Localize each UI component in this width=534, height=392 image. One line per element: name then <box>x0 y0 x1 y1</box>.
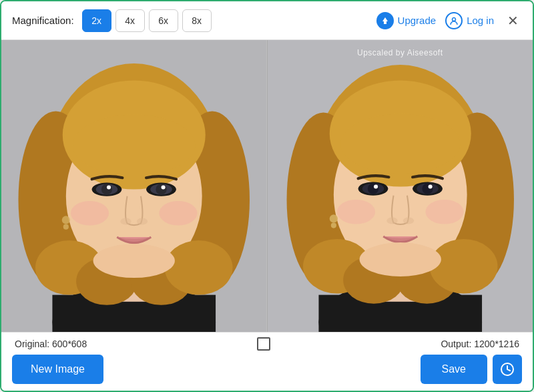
footer: Original: 600*608 Output: 1200*1216 New … <box>1 332 533 391</box>
svg-point-27 <box>159 201 197 226</box>
toolbar: Magnification: 2x 4x 6x 8x Upgrade <box>1 1 533 40</box>
mag-btn-4x[interactable]: 4x <box>115 9 145 32</box>
close-button[interactable]: ✕ <box>503 11 522 30</box>
clock-icon <box>500 362 515 377</box>
user-icon <box>445 12 463 29</box>
save-history-button[interactable] <box>493 355 522 384</box>
svg-point-55 <box>336 200 374 224</box>
svg-point-25 <box>137 218 148 224</box>
login-button[interactable]: Log in <box>445 12 494 29</box>
new-image-button[interactable]: New Image <box>12 355 103 384</box>
svg-point-52 <box>428 184 432 188</box>
svg-point-15 <box>73 114 195 176</box>
magnification-buttons: 2x 4x 6x 8x <box>82 9 212 32</box>
mag-btn-8x[interactable]: 8x <box>182 9 212 32</box>
original-image-panel <box>1 40 268 332</box>
svg-point-23 <box>162 185 166 189</box>
mag-btn-6x[interactable]: 6x <box>149 9 178 32</box>
compare-icon-container <box>257 337 270 351</box>
svg-point-48 <box>374 184 378 188</box>
svg-point-58 <box>329 214 337 222</box>
svg-point-14 <box>165 240 233 295</box>
svg-point-28 <box>93 244 175 278</box>
footer-info: Original: 600*608 Output: 1200*1216 <box>1 333 533 355</box>
svg-point-44 <box>340 114 460 174</box>
upscaled-image-panel: Upscaled by Aiseesoft <box>268 40 533 332</box>
svg-point-26 <box>71 201 109 226</box>
footer-actions: New Image Save <box>1 355 533 391</box>
svg-point-18 <box>101 184 112 194</box>
svg-point-22 <box>156 184 166 194</box>
svg-point-43 <box>429 239 497 294</box>
output-size-label: Output: 1200*1216 <box>441 339 519 349</box>
image-area: Upscaled by Aiseesoft <box>1 40 533 332</box>
svg-point-59 <box>330 223 336 228</box>
svg-point-24 <box>120 218 131 224</box>
close-icon: ✕ <box>507 13 519 29</box>
magnification-label: Magnification: <box>12 15 74 26</box>
svg-point-53 <box>386 217 397 224</box>
svg-point-54 <box>403 217 413 224</box>
login-label: Log in <box>467 15 494 26</box>
original-size-label: Original: 600*608 <box>15 339 87 349</box>
compare-icon <box>257 337 270 351</box>
svg-rect-0 <box>384 21 386 24</box>
svg-point-1 <box>453 17 456 21</box>
upgrade-button[interactable]: Upgrade <box>376 12 437 29</box>
svg-point-19 <box>107 185 111 189</box>
svg-point-30 <box>63 224 69 230</box>
upgrade-label: Upgrade <box>398 15 437 26</box>
app-container: Magnification: 2x 4x 6x 8x Upgrade <box>0 0 534 392</box>
svg-point-57 <box>359 242 441 276</box>
save-button[interactable]: Save <box>421 355 487 384</box>
svg-point-56 <box>425 200 463 224</box>
mag-btn-2x[interactable]: 2x <box>82 9 111 32</box>
svg-point-29 <box>62 216 70 224</box>
svg-point-47 <box>367 183 378 194</box>
save-area: Save <box>421 355 522 384</box>
svg-point-51 <box>422 183 433 194</box>
upgrade-icon <box>376 12 394 29</box>
